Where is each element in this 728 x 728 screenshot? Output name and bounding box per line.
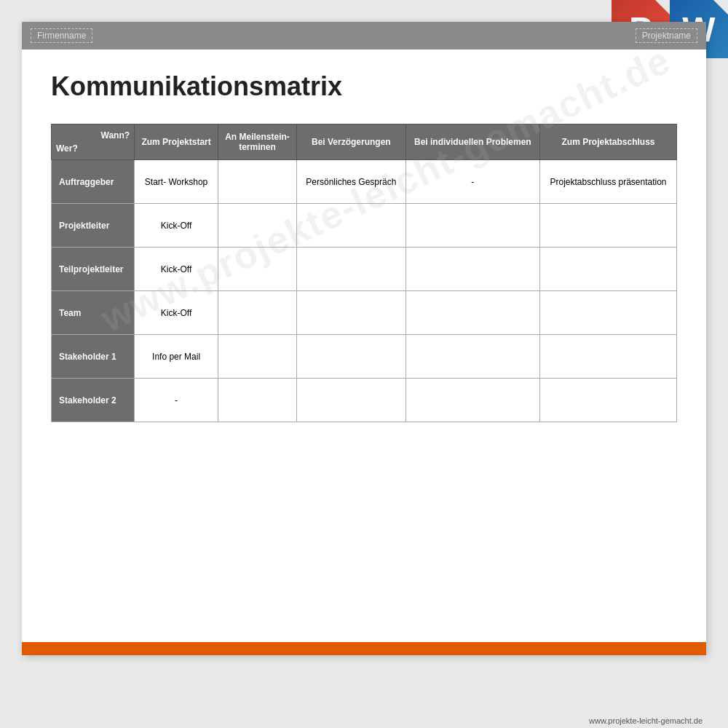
cell-projektabschluss-2 xyxy=(540,248,677,291)
cell-projektstart-2: Kick-Off xyxy=(135,248,218,291)
projektname: Projektname xyxy=(636,28,697,43)
cell-projektabschluss-0: Projektabschluss präsentation xyxy=(540,160,677,204)
wer-label: Wer? xyxy=(56,143,130,154)
cell-individuelle-5 xyxy=(405,379,539,422)
cell-meilenstein-4 xyxy=(218,335,297,379)
cell-individuelle-4 xyxy=(405,335,539,379)
page-title: Kommunikationsmatrix xyxy=(51,71,677,102)
table-row: TeamKick-Off xyxy=(52,291,677,335)
slide-container: Firmenname Projektname Kommunikationsmat… xyxy=(22,22,706,655)
header-bar: Firmenname Projektname xyxy=(22,22,706,50)
cell-individuelle-1 xyxy=(405,204,539,248)
row-label-5: Stakeholder 2 xyxy=(52,379,135,422)
table-row: Stakeholder 1Info per Mail xyxy=(52,335,677,379)
cell-verzoegerungen-4 xyxy=(296,335,405,379)
firmenname: Firmenname xyxy=(31,28,92,43)
cell-meilenstein-5 xyxy=(218,379,297,422)
header-wer-wann: Wann? Wer? xyxy=(52,124,135,160)
cell-meilenstein-1 xyxy=(218,204,297,248)
title-section: Kommunikationsmatrix xyxy=(22,50,706,116)
cell-projektabschluss-4 xyxy=(540,335,677,379)
cell-individuelle-2 xyxy=(405,248,539,291)
header-projektstart: Zum Projektstart xyxy=(135,124,218,160)
cell-verzoegerungen-1 xyxy=(296,204,405,248)
cell-meilenstein-3 xyxy=(218,291,297,335)
cell-verzoegerungen-0: Persönliches Gespräch xyxy=(296,160,405,204)
row-label-2: Teilprojektleiter xyxy=(52,248,135,291)
cell-meilenstein-2 xyxy=(218,248,297,291)
header-projektabschluss: Zum Projektabschluss xyxy=(540,124,677,160)
header-verzoegerungen: Bei Verzögerungen xyxy=(296,124,405,160)
table-section: Wann? Wer? Zum Projektstart An Meilenste… xyxy=(22,116,706,437)
kommunikationsmatrix-table: Wann? Wer? Zum Projektstart An Meilenste… xyxy=(51,124,677,422)
cell-projektstart-0: Start- Workshop xyxy=(135,160,218,204)
row-label-4: Stakeholder 1 xyxy=(52,335,135,379)
cell-projektstart-3: Kick-Off xyxy=(135,291,218,335)
table-header-row: Wann? Wer? Zum Projektstart An Meilenste… xyxy=(52,124,677,160)
cell-projektstart-5: - xyxy=(135,379,218,422)
row-label-0: Auftraggeber xyxy=(52,160,135,204)
row-label-1: Projektleiter xyxy=(52,204,135,248)
table-row: Stakeholder 2- xyxy=(52,379,677,422)
header-meilenstein: An Meilenstein-terminen xyxy=(218,124,297,160)
table-row: TeilprojektleiterKick-Off xyxy=(52,248,677,291)
wann-label: Wann? xyxy=(56,130,130,141)
cell-individuelle-0: - xyxy=(405,160,539,204)
cell-projektabschluss-3 xyxy=(540,291,677,335)
table-row: AuftraggeberStart- WorkshopPersönliches … xyxy=(52,160,677,204)
cell-verzoegerungen-2 xyxy=(296,248,405,291)
header-individuelle: Bei individuellen Problemen xyxy=(405,124,539,160)
cell-projektstart-1: Kick-Off xyxy=(135,204,218,248)
cell-projektstart-4: Info per Mail xyxy=(135,335,218,379)
cell-projektabschluss-5 xyxy=(540,379,677,422)
cell-projektabschluss-1 xyxy=(540,204,677,248)
cell-verzoegerungen-3 xyxy=(296,291,405,335)
cell-verzoegerungen-5 xyxy=(296,379,405,422)
table-row: ProjektleiterKick-Off xyxy=(52,204,677,248)
footer-website: www.projekte-leicht-gemacht.de xyxy=(589,716,703,725)
row-label-3: Team xyxy=(52,291,135,335)
cell-meilenstein-0 xyxy=(218,160,297,204)
cell-individuelle-3 xyxy=(405,291,539,335)
footer-bar xyxy=(22,642,706,655)
